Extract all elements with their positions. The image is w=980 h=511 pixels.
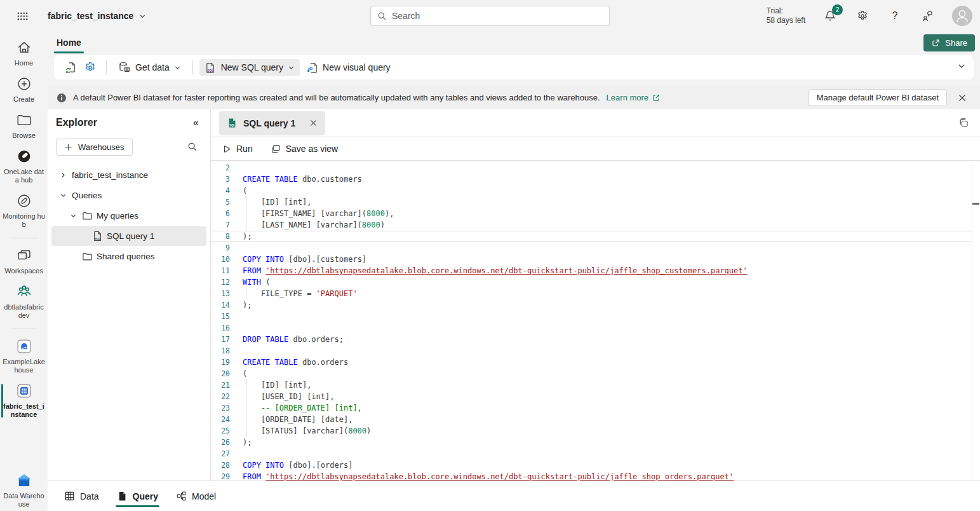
refresh-button[interactable] bbox=[62, 58, 81, 77]
warehouse-icon bbox=[16, 383, 32, 399]
code-line-4[interactable]: 4( bbox=[211, 185, 980, 196]
tree-item-queries[interactable]: Queries bbox=[51, 186, 206, 205]
code-line-16[interactable]: 16 bbox=[211, 322, 980, 334]
chevron-down-icon[interactable] bbox=[58, 192, 68, 199]
tab-home[interactable]: Home bbox=[54, 32, 84, 53]
chevron-down-icon[interactable] bbox=[68, 212, 78, 219]
rail-item-data-warehouse[interactable]: Data Warehouse bbox=[0, 472, 48, 508]
line-number: 21 bbox=[211, 379, 235, 391]
tree-item-label: Queries bbox=[72, 191, 102, 200]
new-warehouse-button[interactable]: Warehouses bbox=[56, 139, 133, 156]
code-line-13[interactable]: 13 FILE_TYPE = 'PARQUET' bbox=[211, 288, 980, 299]
code-line-10[interactable]: 10COPY INTO [dbo].[customers] bbox=[211, 254, 980, 265]
rail-item-create[interactable]: Create bbox=[0, 76, 48, 104]
manage-default-dataset-button[interactable]: Manage default Power BI dataset bbox=[809, 89, 947, 106]
view-tab-query[interactable]: Query bbox=[116, 481, 159, 511]
code-line-7[interactable]: 7 [LAST_NAME] [varchar](8000) bbox=[211, 219, 980, 231]
code-line-8[interactable]: 8); bbox=[211, 231, 980, 242]
notifications-button[interactable]: 2 bbox=[822, 8, 838, 24]
account-avatar[interactable] bbox=[952, 6, 972, 26]
onelake-icon bbox=[16, 148, 32, 165]
banner-text: A default Power BI dataset for faster re… bbox=[73, 93, 600, 102]
feedback-button[interactable] bbox=[920, 8, 935, 24]
line-number: 8 bbox=[211, 231, 235, 242]
trial-status: Trial: 58 days left bbox=[767, 6, 805, 25]
copy-button[interactable] bbox=[955, 114, 972, 132]
rail-item-home[interactable]: Home bbox=[0, 39, 48, 67]
editor-scrollbar[interactable] bbox=[972, 161, 980, 480]
code-line-22[interactable]: 22 [USER_ID] [int], bbox=[211, 391, 980, 402]
get-data-button[interactable]: Get data bbox=[113, 58, 186, 76]
trial-label: Trial: bbox=[767, 6, 805, 16]
tree-item-shared-queries[interactable]: Shared queries bbox=[51, 247, 206, 266]
view-tab-model[interactable]: Model bbox=[175, 481, 217, 511]
help-button[interactable]: ? bbox=[887, 8, 903, 24]
code-line-12[interactable]: 12WITH ( bbox=[211, 276, 980, 288]
tree-item-my-queries[interactable]: My queries bbox=[51, 206, 206, 226]
notification-badge: 2 bbox=[832, 4, 843, 15]
warehouse-settings-button[interactable] bbox=[81, 58, 100, 77]
save-as-view-button[interactable]: Save as view bbox=[271, 144, 338, 154]
code-line-21[interactable]: 21 [ID] [int], bbox=[211, 379, 980, 391]
code-line-23[interactable]: 23 -- [ORDER_DATE] [int], bbox=[211, 402, 980, 414]
search-input[interactable] bbox=[392, 11, 609, 21]
view-tab-data[interactable]: Data bbox=[63, 481, 100, 511]
code-text bbox=[243, 322, 980, 334]
code-line-18[interactable]: 18 bbox=[211, 345, 980, 357]
collapse-ribbon-button[interactable] bbox=[957, 62, 966, 72]
code-line-25[interactable]: 25 [STATUS] [varchar](8000) bbox=[211, 425, 980, 437]
new-visual-query-button[interactable]: New visual query bbox=[301, 59, 396, 76]
code-text: [ORDER_DATE] [date], bbox=[243, 414, 980, 425]
code-line-3[interactable]: 3CREATE TABLE dbo.customers bbox=[211, 174, 980, 185]
code-text: CREATE TABLE dbo.customers bbox=[243, 174, 980, 185]
code-line-17[interactable]: 17DROP TABLE dbo.orders; bbox=[211, 334, 980, 345]
code-line-24[interactable]: 24 [ORDER_DATE] [date], bbox=[211, 414, 980, 425]
query-tab-sql-query-1[interactable]: SQL SQL query 1 bbox=[219, 111, 325, 135]
code-line-6[interactable]: 6 [FIRST_NAME] [varchar](8000), bbox=[211, 208, 980, 219]
database-table-icon bbox=[118, 61, 131, 74]
code-text: FILE_TYPE = 'PARQUET' bbox=[243, 288, 980, 299]
rail-item-label: Data Warehouse bbox=[3, 492, 46, 508]
code-line-14[interactable]: 14); bbox=[211, 299, 980, 311]
code-line-5[interactable]: 5 [ID] [int], bbox=[211, 196, 980, 208]
code-line-29[interactable]: 29FROM 'https://dbtlabsynapsedatalake.bl… bbox=[211, 471, 980, 480]
share-button[interactable]: Share bbox=[923, 34, 975, 51]
learn-more-link[interactable]: Learn more bbox=[607, 93, 661, 102]
rail-item-workspaces[interactable]: Workspaces bbox=[0, 247, 48, 275]
code-line-15[interactable]: 15 bbox=[211, 311, 980, 322]
chevron-right-icon[interactable] bbox=[58, 172, 68, 179]
tree-item-fabric-test-instance[interactable]: fabric_test_instance bbox=[51, 165, 206, 185]
scrollbar-thumb[interactable] bbox=[972, 203, 979, 205]
rail-item-fabric-test-instance[interactable]: fabric_test_instance bbox=[0, 383, 48, 419]
code-line-26[interactable]: 26); bbox=[211, 437, 980, 448]
code-line-20[interactable]: 20( bbox=[211, 368, 980, 379]
svg-text:SQL: SQL bbox=[95, 237, 100, 240]
rail-item-onelake-data-hub[interactable]: OneLake data hub bbox=[0, 148, 48, 184]
code-line-11[interactable]: 11FROM 'https://dbtlabsynapsedatalake.bl… bbox=[211, 265, 980, 276]
settings-button[interactable] bbox=[855, 8, 870, 24]
tree-item-sql-query-1[interactable]: SQLSQL query 1 bbox=[51, 226, 206, 246]
app-launcher-icon[interactable] bbox=[15, 9, 29, 23]
workspace-switcher[interactable]: fabric_test_instance bbox=[48, 11, 146, 21]
tree-item-label: Shared queries bbox=[97, 252, 155, 261]
run-button[interactable]: Run bbox=[222, 144, 253, 154]
explorer-search-button[interactable] bbox=[184, 138, 201, 156]
visual-query-document-icon bbox=[306, 62, 318, 74]
rail-item-monitoring-hub[interactable]: Monitoring hub bbox=[0, 193, 48, 229]
new-sql-query-button[interactable]: SQL New SQL query bbox=[199, 59, 300, 76]
code-line-19[interactable]: 19CREATE TABLE dbo.orders bbox=[211, 357, 980, 368]
gear-icon bbox=[856, 10, 869, 22]
collapse-explorer-button[interactable]: « bbox=[193, 117, 199, 128]
line-number: 29 bbox=[211, 471, 235, 480]
code-line-2[interactable]: 2 bbox=[211, 162, 980, 174]
banner-close-button[interactable] bbox=[953, 89, 971, 107]
rail-item-browse[interactable]: Browse bbox=[0, 112, 48, 140]
rail-item-examplelakehouse[interactable]: ExampleLakehouse bbox=[0, 338, 48, 374]
code-line-27[interactable]: 27 bbox=[211, 448, 980, 460]
close-tab-button[interactable] bbox=[306, 116, 320, 130]
external-link-icon bbox=[652, 93, 661, 102]
sql-code-editor[interactable]: 23CREATE TABLE dbo.customers4(5 [ID] [in… bbox=[211, 161, 980, 480]
code-line-28[interactable]: 28COPY INTO [dbo].[orders] bbox=[211, 460, 980, 471]
rail-item-dbtlabsfabricdev[interactable]: dbtlabsfabricdev bbox=[0, 283, 48, 320]
code-line-9[interactable]: 9 bbox=[211, 242, 980, 254]
